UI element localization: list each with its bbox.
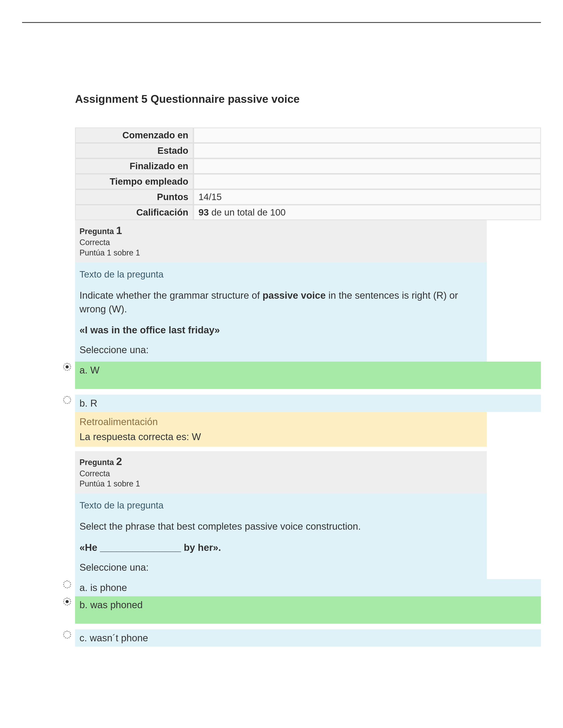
summary-label-grade: Calificación — [75, 205, 193, 220]
question-body-heading: Texto de la pregunta — [79, 500, 482, 511]
page: Assignment 5 Questionnaire passive voice… — [0, 0, 563, 728]
prompt-pre: Indicate whether the grammar structure o… — [79, 290, 262, 301]
summary-row: Estado — [75, 143, 541, 158]
summary-value-grade: 93 de un total de 100 — [193, 205, 541, 220]
summary-label: Finalizado en — [75, 158, 193, 174]
radio-wrap — [59, 579, 75, 588]
summary-value — [193, 158, 541, 174]
summary-row: Tiempo empleado — [75, 174, 541, 189]
question-sentence: «He _______________ by her». — [79, 542, 482, 553]
page-title: Assignment 5 Questionnaire passive voice — [75, 93, 541, 105]
question-header: Pregunta 2 Correcta Puntúa 1 sobre 1 — [75, 451, 487, 493]
option-b-text[interactable]: b. was phoned — [75, 596, 541, 624]
summary-label: Comenzado en — [75, 128, 193, 143]
summary-label: Tiempo empleado — [75, 174, 193, 189]
summary-table: Comenzado en Estado Finalizado en Tiempo… — [75, 128, 541, 220]
grade-rest: de un total de 100 — [209, 207, 286, 218]
radio-button[interactable] — [63, 631, 71, 639]
feedback-answer: La respuesta correcta es: W — [79, 431, 482, 442]
radio-button[interactable] — [63, 363, 71, 371]
option-row-a: a. W — [59, 362, 541, 389]
summary-value — [193, 143, 541, 158]
question-status: Correcta — [79, 237, 482, 248]
option-gap — [75, 624, 541, 629]
feedback-prefix: La respuesta correcta es: — [79, 431, 192, 442]
radio-button[interactable] — [63, 598, 71, 606]
radio-wrap — [59, 596, 75, 606]
question-sentence: «I was in the office last friday» — [79, 325, 482, 336]
feedback-value: W — [192, 431, 201, 442]
question-prompt: Indicate whether the grammar structure o… — [79, 289, 482, 316]
option-a-text[interactable]: a. is phone — [75, 579, 541, 596]
radio-wrap — [59, 629, 75, 639]
summary-value: 14/15 — [193, 189, 541, 205]
summary-value — [193, 128, 541, 143]
radio-button[interactable] — [63, 396, 71, 404]
select-one-label: Seleccione una: — [79, 344, 482, 355]
question-1: Pregunta 1 Correcta Puntúa 1 sobre 1 Tex… — [75, 220, 541, 447]
question-body: Texto de la pregunta Select the phrase t… — [75, 493, 487, 579]
question-score: Puntúa 1 sobre 1 — [79, 479, 482, 489]
feedback-box: Retroalimentación La respuesta correcta … — [75, 412, 487, 447]
question-body-heading: Texto de la pregunta — [79, 269, 482, 280]
question-status: Correcta — [79, 469, 482, 479]
summary-row: Puntos 14/15 — [75, 189, 541, 205]
option-b-text[interactable]: b. R — [75, 395, 541, 412]
top-rule — [22, 22, 541, 23]
feedback-label: Retroalimentación — [79, 416, 482, 427]
prompt-bold: passive voice — [262, 290, 326, 301]
question-2: Pregunta 2 Correcta Puntúa 1 sobre 1 Tex… — [75, 451, 541, 647]
question-body: Texto de la pregunta Indicate whether th… — [75, 263, 487, 362]
summary-label: Puntos — [75, 189, 193, 205]
question-prompt: Select the phrase that best completes pa… — [79, 520, 482, 533]
option-c-text[interactable]: c. wasn´t phone — [75, 629, 541, 647]
option-gap — [75, 389, 541, 395]
radio-wrap — [59, 362, 75, 371]
option-row-a: a. is phone — [59, 579, 541, 596]
question-number: 2 — [116, 456, 122, 467]
summary-label: Estado — [75, 143, 193, 158]
option-row-c: c. wasn´t phone — [59, 629, 541, 647]
select-one-label: Seleccione una: — [79, 562, 482, 573]
question-header: Pregunta 1 Correcta Puntúa 1 sobre 1 — [75, 220, 487, 263]
radio-button[interactable] — [63, 580, 71, 588]
summary-row: Comenzado en — [75, 128, 541, 143]
question-number: 1 — [116, 225, 122, 236]
radio-wrap — [59, 395, 75, 404]
question-score: Puntúa 1 sobre 1 — [79, 248, 482, 258]
question-label: Pregunta — [79, 458, 116, 467]
summary-value — [193, 174, 541, 189]
grade-score: 93 — [198, 207, 209, 218]
option-a-text[interactable]: a. W — [75, 362, 541, 389]
option-row-b: b. was phoned — [59, 596, 541, 624]
option-row-b: b. R — [59, 395, 541, 412]
question-label: Pregunta — [79, 227, 116, 236]
summary-row-grade: Calificación 93 de un total de 100 — [75, 205, 541, 220]
summary-row: Finalizado en — [75, 158, 541, 174]
content: Assignment 5 Questionnaire passive voice… — [75, 93, 541, 647]
